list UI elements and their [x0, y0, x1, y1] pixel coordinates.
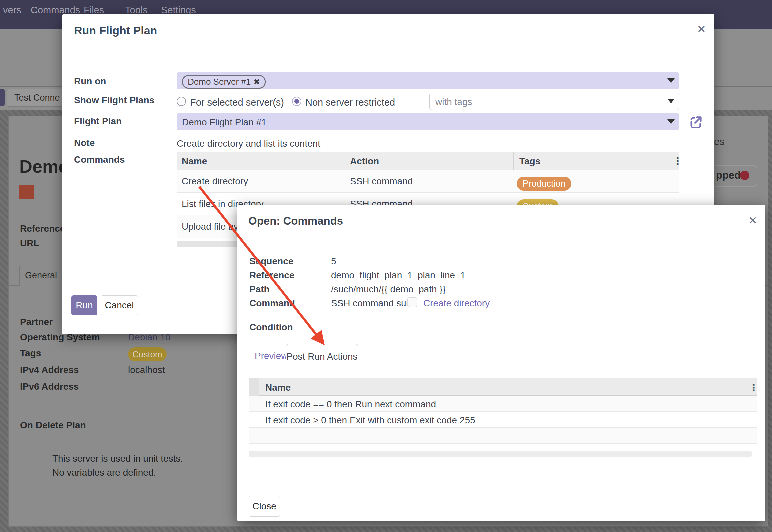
kebab-menu-icon[interactable]: ⋮ [749, 382, 759, 393]
sheet-right-text-fragment: es [714, 136, 725, 147]
field-label-ipv6: IPv6 Address [20, 381, 79, 392]
modal-header-divider [237, 233, 765, 233]
kebab-menu-icon[interactable]: ⋮ [673, 155, 683, 167]
tag-badge-production: Production [517, 177, 571, 191]
column-divider [347, 152, 347, 170]
field-label-partner: Partner [20, 317, 53, 327]
field-label-tags: Tags [20, 348, 41, 359]
tab-general[interactable]: General [19, 265, 63, 286]
server-status-label-fragment: pped [716, 169, 741, 181]
label-show-flight-plans: Show Flight Plans [74, 95, 154, 106]
field-label-ipv4: IPv4 Address [20, 365, 79, 375]
form-column-divider-2 [326, 317, 326, 339]
field-label-on-delete-plan: On Delete Plan [20, 420, 86, 431]
primary-button-fragment[interactable] [0, 89, 5, 106]
value-path: /such/much/{{ demo_path }} [331, 284, 446, 295]
chevron-down-icon[interactable] [667, 119, 675, 124]
table-scrollbar[interactable] [249, 451, 752, 457]
chevron-down-icon[interactable] [667, 99, 675, 103]
modal-footer-divider [237, 485, 765, 485]
modal-header-divider [62, 45, 714, 45]
column-header-tags[interactable]: Tags [519, 156, 540, 167]
column-header-name[interactable]: Name [265, 382, 291, 393]
label-flight-plan: Flight Plan [74, 116, 122, 127]
chevron-down-icon[interactable] [667, 78, 675, 83]
form-column-divider [326, 252, 326, 313]
color-swatch [19, 185, 34, 199]
field-value-ipv4: localhost [128, 365, 165, 375]
radio-label-for-selected-servers[interactable]: For selected server(s) [190, 97, 284, 108]
handle-column-header [249, 378, 259, 396]
screen: vers Commands Files Tools Settings Test … [0, 0, 772, 532]
close-button[interactable]: Close [249, 496, 280, 517]
server-tag-label: Demo Server #1 [188, 77, 251, 87]
create-directory-link[interactable]: Create directory [423, 298, 490, 309]
tab-post-run-actions[interactable]: Post Run Actions [286, 344, 358, 370]
status-dot-icon [740, 171, 749, 180]
field-label-url: URL [20, 238, 39, 249]
form-column-divider [173, 73, 173, 252]
column-header-name[interactable]: Name [182, 156, 207, 167]
post-run-action-2[interactable]: If exit code > 0 then Exit with custom e… [265, 415, 475, 426]
column-divider [513, 152, 514, 170]
flight-plan-value: Demo Flight Plan #1 [182, 117, 267, 128]
nav-item-servers-fragment[interactable]: vers [3, 5, 21, 16]
with-tags-placeholder: with tags [435, 97, 472, 107]
cell-name[interactable]: Upload file by [182, 221, 238, 232]
label-command: Command [249, 298, 295, 309]
cell-name[interactable]: Create directory [182, 176, 248, 187]
label-reference: Reference [249, 270, 294, 281]
radio-non-server-restricted[interactable] [292, 97, 301, 106]
commands-table-header [177, 152, 679, 170]
close-icon[interactable]: × [697, 22, 706, 36]
field-label-reference: Reference [20, 223, 65, 234]
table-row[interactable] [177, 170, 679, 193]
tag-badge-custom-bg: Custom [128, 347, 167, 361]
server-tag-pill[interactable]: Demo Server #1✖ [182, 75, 266, 89]
field-column-divider-2 [120, 418, 120, 439]
server-page-title-fragment: Demo [19, 156, 69, 177]
label-path: Path [249, 284, 270, 295]
post-run-table-header [249, 378, 757, 396]
radio-label-non-server-restricted[interactable]: Non server restricted [305, 97, 395, 108]
commands-modal-title: Open: Commands [248, 215, 343, 227]
table-row-empty [249, 428, 757, 444]
label-run-on: Run on [74, 76, 106, 87]
close-icon[interactable]: × [749, 213, 757, 227]
remove-tag-icon[interactable]: ✖ [253, 77, 260, 86]
server-note-line-2: No variables are defined. [52, 467, 156, 478]
label-note: Note [74, 138, 95, 148]
label-commands: Commands [74, 154, 125, 165]
run-modal-title: Run Flight Plan [74, 24, 157, 37]
cell-action: SSH command [350, 176, 413, 187]
radio-for-selected-servers[interactable] [177, 97, 186, 106]
cancel-button[interactable]: Cancel [101, 295, 138, 315]
value-command: SSH command sudo [331, 298, 417, 309]
run-button[interactable]: Run [71, 295, 97, 315]
value-reference: demo_flight_plan_1_plan_line_1 [331, 270, 465, 281]
value-sequence: 5 [331, 256, 336, 267]
flight-plan-note-text: Create directory and list its content [177, 138, 320, 149]
label-sequence: Sequence [249, 256, 293, 267]
label-condition: Condition [249, 322, 293, 333]
tab-preview[interactable]: Preview [255, 351, 288, 361]
external-link-icon[interactable] [688, 115, 703, 130]
column-header-action[interactable]: Action [350, 156, 379, 167]
post-run-action-1[interactable]: If exit code == 0 then Run next command [265, 399, 436, 410]
server-note-line-1: This server is used in unit tests. [52, 453, 183, 464]
create-directory-checkbox[interactable] [407, 297, 417, 307]
